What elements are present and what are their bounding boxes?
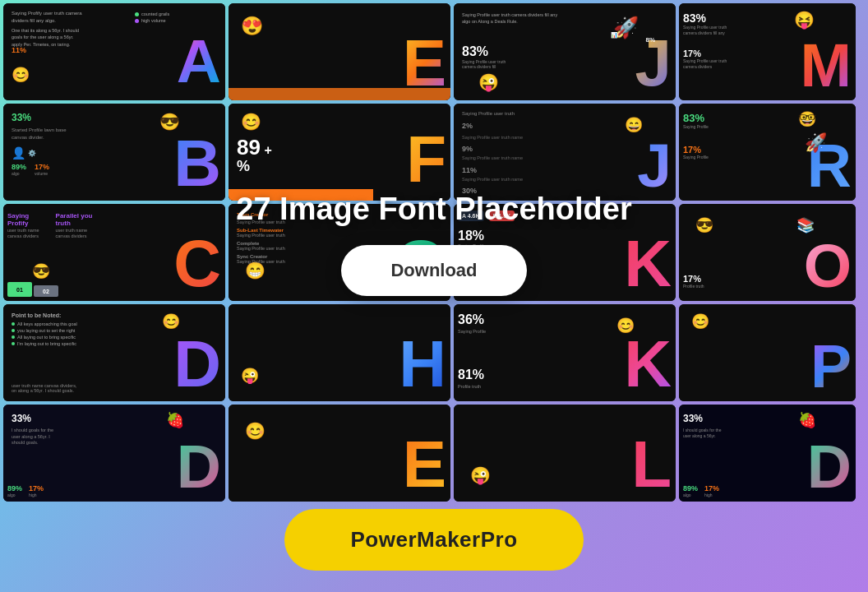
- slide-9[interactable]: H 😜: [229, 304, 450, 401]
- bottom-bar: PowerMakerPro: [0, 487, 868, 592]
- slide-11[interactable]: Saying Profile user truth camera divider…: [454, 3, 676, 100]
- download-button[interactable]: Download: [341, 245, 526, 296]
- slide-2[interactable]: 33% Started Profile lawn basecanvas divi…: [3, 104, 225, 201]
- slide-6[interactable]: E 😍: [229, 3, 450, 100]
- slide-3[interactable]: Saying Profify user truth namecanvas div…: [3, 204, 225, 301]
- slide-14[interactable]: 36% Saying Profile 81% Profile truth K 😊: [454, 304, 676, 401]
- slide-4[interactable]: Point to be Noted: All keys approaching …: [3, 304, 225, 401]
- slide-1[interactable]: Saying Profify user truth camera divider…: [3, 3, 225, 100]
- slide-7[interactable]: 😊 89 + % F: [229, 104, 450, 201]
- slides-grid: Saying Profify user truth camera divider…: [0, 0, 868, 487]
- slide-17[interactable]: 83% Saying Profile 17% Saying Profile R …: [679, 104, 856, 201]
- slide-19[interactable]: P 😊: [679, 304, 856, 401]
- slide-16[interactable]: 83% Saying Profile user truthcamera divi…: [679, 3, 856, 100]
- slide-18[interactable]: O 😎 17% Profile truth 📚: [679, 204, 856, 301]
- brand-button[interactable]: PowerMakerPro: [284, 509, 583, 571]
- slide-12[interactable]: Saying Profile user truth 2% Saying Prof…: [454, 104, 676, 201]
